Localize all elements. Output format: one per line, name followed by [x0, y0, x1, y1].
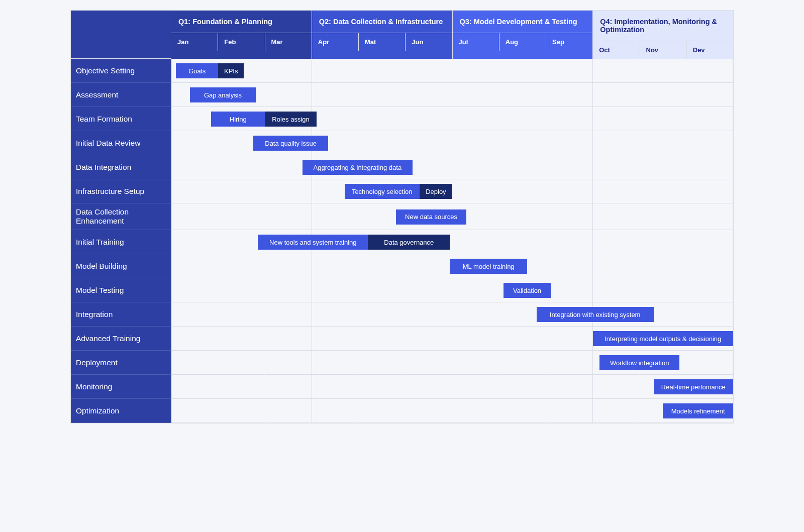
gantt-row: Initial TrainingNew tools and system tra… [71, 230, 733, 254]
gantt-task[interactable]: New data sources [396, 209, 466, 225]
gantt-task[interactable]: Interpreting model outputs & decisioning [593, 331, 734, 346]
gantt-task[interactable]: Deploy [420, 184, 452, 199]
gantt-row: Infrastructure SetupTechnology selection… [71, 179, 733, 203]
gantt-row: MonitoringReal-time perfomance [71, 375, 733, 399]
row-timeline: Workflow integration [171, 351, 733, 375]
quarter-label: Q2: Data Collection & Infrastructure [312, 11, 452, 33]
gantt-task[interactable]: Workflow integration [599, 355, 679, 370]
row-timeline: Interpreting model outputs & decisioning [171, 327, 733, 351]
gantt-body: Objective SettingGoalsKPIsAssessmentGap … [71, 59, 733, 423]
gantt-row: OptimizationModels refinement [71, 399, 733, 423]
quarter-label: Q3: Model Development & Testing [453, 11, 593, 33]
gantt-row: Objective SettingGoalsKPIs [71, 59, 733, 83]
row-label: Data Integration [71, 155, 171, 179]
gantt-task[interactable]: Integration with existing system [537, 307, 654, 322]
row-label: Monitoring [71, 375, 171, 399]
gantt-row: Model BuildingML model training [71, 254, 733, 278]
month-header: Mat [359, 33, 406, 51]
row-timeline: Models refinement [171, 399, 733, 423]
row-timeline: Real-time perfomance [171, 375, 733, 399]
quarter-header-q1: Q1: Foundation & PlanningJanFebMar [171, 11, 312, 59]
month-header: Mar [265, 33, 312, 51]
month-header: Aug [499, 33, 546, 51]
gantt-task[interactable]: Data governance [368, 235, 450, 250]
gantt-task[interactable]: Hiring [211, 112, 265, 127]
header-corner [71, 11, 171, 59]
gantt-row: Data Collection EnhancementNew data sour… [71, 203, 733, 230]
month-header: Sep [546, 33, 592, 51]
row-label: Data Collection Enhancement [71, 203, 171, 230]
row-label: Integration [71, 302, 171, 327]
row-timeline: Integration with existing system [171, 302, 733, 327]
quarter-label: Q1: Foundation & Planning [171, 11, 312, 33]
month-header: Jul [453, 33, 499, 51]
quarter-label: Q4: Implementation, Monitoring & Optimiz… [593, 11, 733, 41]
row-label: Team Formation [71, 107, 171, 131]
row-timeline: New data sources [171, 203, 733, 230]
quarter-header-q4: Q4: Implementation, Monitoring & Optimiz… [593, 11, 733, 59]
row-timeline: Aggregating & integrating data [171, 155, 733, 179]
row-label: Infrastructure Setup [71, 179, 171, 203]
row-label: Deployment [71, 351, 171, 375]
quarter-header-q2: Q2: Data Collection & InfrastructureAprM… [312, 11, 453, 59]
month-header: Jan [171, 33, 218, 51]
gantt-row: IntegrationIntegration with existing sys… [71, 302, 733, 327]
row-timeline: New tools and system trainingData govern… [171, 230, 733, 254]
gantt-task[interactable]: Goals [176, 63, 218, 78]
gantt-row: DeploymentWorkflow integration [71, 351, 733, 375]
gantt-task[interactable]: Real-time perfomance [654, 379, 733, 394]
month-header: Feb [218, 33, 265, 51]
gantt-task[interactable]: Validation [504, 283, 550, 298]
gantt-task[interactable]: Technology selection [345, 184, 420, 199]
quarter-header-q3: Q3: Model Development & TestingJulAugSep [453, 11, 593, 59]
row-label: Objective Setting [71, 59, 171, 83]
gantt-task[interactable]: Gap analysis [190, 87, 255, 102]
month-header: Jun [406, 33, 452, 51]
row-timeline: ML model training [171, 254, 733, 278]
row-timeline: Validation [171, 278, 733, 302]
gantt-task[interactable]: ML model training [450, 259, 527, 274]
row-label: Model Testing [71, 278, 171, 302]
row-label: Assessment [71, 83, 171, 107]
month-header: Oct [593, 41, 640, 59]
row-timeline: Data quality issue [171, 131, 733, 155]
row-label: Initial Data Review [71, 131, 171, 155]
gantt-row: Initial Data ReviewData quality issue [71, 131, 733, 155]
gantt-row: AssessmentGap analysis [71, 83, 733, 107]
gantt-chart: Q1: Foundation & PlanningJanFebMarQ2: Da… [70, 10, 734, 423]
row-timeline: Technology selectionDeploy [171, 179, 733, 203]
gantt-row: Team FormationHiringRoles assign [71, 107, 733, 131]
row-timeline: HiringRoles assign [171, 107, 733, 131]
gantt-row: Model TestingValidation [71, 278, 733, 302]
row-label: Model Building [71, 254, 171, 278]
month-header: Apr [312, 33, 359, 51]
gantt-task[interactable]: Data quality issue [253, 136, 328, 151]
row-label: Advanced Training [71, 327, 171, 351]
row-label: Optimization [71, 399, 171, 423]
gantt-task[interactable]: KPIs [218, 63, 244, 78]
gantt-task[interactable]: Models refinement [663, 403, 733, 418]
row-label: Initial Training [71, 230, 171, 254]
month-header: Dev [687, 41, 733, 59]
row-timeline: Gap analysis [171, 83, 733, 107]
gantt-task[interactable]: Roles assign [265, 112, 316, 127]
gantt-header: Q1: Foundation & PlanningJanFebMarQ2: Da… [71, 11, 733, 59]
gantt-task[interactable]: Aggregating & integrating data [303, 160, 413, 175]
gantt-row: Data IntegrationAggregating & integratin… [71, 155, 733, 179]
gantt-task[interactable]: New tools and system training [258, 235, 368, 250]
gantt-row: Advanced TrainingInterpreting model outp… [71, 327, 733, 351]
month-header: Nov [640, 41, 687, 59]
row-timeline: GoalsKPIs [171, 59, 733, 83]
